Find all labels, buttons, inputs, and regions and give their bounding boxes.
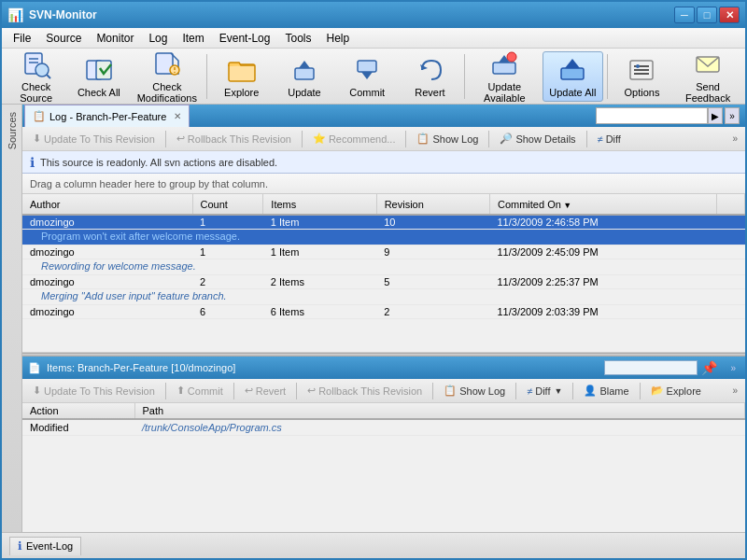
toolbar-sep-3 (607, 54, 608, 99)
check-all-button[interactable]: Check All (68, 51, 129, 102)
menu-monitor[interactable]: Monitor (89, 28, 141, 48)
bottom-diff-button[interactable]: ≠ Diff ▼ (520, 382, 569, 400)
svg-rect-13 (358, 61, 376, 72)
col-items[interactable]: Items (263, 194, 376, 215)
bottom-diff-dropdown[interactable]: ▼ (555, 386, 563, 396)
tab-search-input[interactable] (596, 107, 708, 124)
table-row[interactable]: dmozingo 1 1 Item 10 11/3/2009 2:46:58 P… (22, 215, 745, 230)
col-count[interactable]: Count (192, 194, 263, 215)
update-all-button[interactable]: Update All (543, 51, 603, 102)
sources-label[interactable]: Sources (5, 108, 20, 153)
check-source-button[interactable]: Check Source (6, 51, 66, 102)
svg-rect-11 (229, 64, 255, 81)
bottom-expand-btn[interactable]: » (726, 363, 740, 373)
cell-revision: 2 (376, 305, 489, 319)
bottom-blame-button[interactable]: 👤 Blame (577, 382, 635, 400)
cell-revision: 9 (376, 245, 489, 259)
bottom-blame-icon: 👤 (584, 385, 597, 397)
table-row[interactable]: dmozingo 6 6 Items 2 11/3/2009 2:03:39 P… (22, 305, 745, 319)
col-path[interactable]: Path (134, 403, 745, 419)
update-available-button[interactable]: Update Available (469, 51, 541, 102)
menu-eventlog[interactable]: Event-Log (212, 28, 278, 48)
update-button[interactable]: Update (274, 51, 334, 102)
toolbar-expand-btn[interactable]: » (728, 133, 741, 144)
cell-note: Merging "Add user input" feature branch. (22, 289, 745, 305)
bottom-commit-button[interactable]: ⬆ Commit (170, 382, 230, 400)
toolbar-sep-2 (464, 54, 465, 99)
group-header: Drag a column header here to group by th… (22, 174, 745, 194)
title-icon: 📊 (7, 7, 23, 22)
revert-button[interactable]: Revert (400, 51, 460, 102)
close-button[interactable]: ✕ (719, 7, 740, 23)
table-row[interactable]: dmozingo 2 2 Items 5 11/3/2009 2:25:37 P… (22, 275, 745, 289)
maximize-button[interactable]: □ (697, 7, 717, 23)
col-revision[interactable]: Revision (376, 194, 489, 215)
log-table: Author Count Items Revision Commited On … (22, 194, 745, 319)
bottom-panel-header: 📄 Items: Branch-Per-Feature [10/dmozingo… (22, 357, 745, 379)
update-to-revision-label: Update To This Revision (44, 133, 155, 145)
log-table-header: Author Count Items Revision Commited On (22, 194, 745, 215)
log-tab[interactable]: 📋 Log - Branch-Per-Feature ✕ (24, 105, 190, 127)
menu-help[interactable]: Help (318, 28, 357, 48)
options-button[interactable]: Options (612, 51, 672, 102)
col-author[interactable]: Author (22, 194, 192, 215)
show-details-button[interactable]: 🔎 Show Details (493, 130, 582, 148)
bottom-explore-button[interactable]: 📂 Explore (644, 382, 708, 400)
recommend-icon: ⭐ (313, 133, 326, 145)
menu-source[interactable]: Source (38, 28, 89, 48)
cell-count: 1 (192, 215, 263, 230)
menu-file[interactable]: File (6, 28, 38, 48)
close-tab-icon[interactable]: ✕ (174, 111, 181, 121)
cell-end (716, 215, 744, 230)
diff-button[interactable]: ≠ Diff (591, 130, 627, 148)
show-log-button[interactable]: 📋 Show Log (410, 130, 485, 148)
tab-expand-button[interactable]: » (725, 107, 740, 124)
show-log-label: Show Log (432, 133, 478, 145)
bottom-show-log-button[interactable]: 📋 Show Log (437, 382, 512, 400)
title-bar: 📊 SVN-Monitor ─ □ ✕ (2, 2, 745, 28)
send-feedback-button[interactable]: Send Feedback (674, 51, 741, 102)
update-to-revision-icon: ⬇ (33, 133, 41, 145)
table-row[interactable]: dmozingo 1 1 Item 9 11/3/2009 2:45:09 PM (22, 245, 745, 259)
bottom-action-toolbar: ⬇ Update To This Revision ⬆ Commit ↩ Rev… (22, 379, 745, 403)
col-action[interactable]: Action (22, 403, 134, 419)
bottom-diff-label: Diff (535, 385, 550, 397)
bottom-revert-button[interactable]: ↩ Revert (238, 382, 292, 400)
check-modifications-button[interactable]: Check Modifications (131, 51, 203, 102)
cell-revision: 5 (376, 275, 489, 289)
table-row-detail: Merging "Add user input" feature branch. (22, 289, 745, 305)
cell-committed: 11/3/2009 2:25:37 PM (489, 275, 716, 289)
bottom-update-revision-button[interactable]: ⬇ Update To This Revision (26, 382, 162, 400)
tab-search-button[interactable]: ▶ (708, 107, 723, 124)
col-committed-on[interactable]: Commited On (489, 194, 716, 215)
menu-item[interactable]: Item (175, 28, 211, 48)
menu-log[interactable]: Log (141, 28, 175, 48)
minimize-button[interactable]: ─ (674, 7, 695, 23)
bottom-toolbar-expand[interactable]: » (728, 385, 741, 396)
table-row[interactable]: Modified /trunk/ConsoleApp/Program.cs (22, 419, 745, 436)
cell-author: dmozingo (22, 305, 192, 319)
commit-button[interactable]: Commit (337, 51, 398, 102)
recommend-label: Recommend... (329, 133, 396, 145)
menu-bar: File Source Monitor Log Item Event-Log T… (2, 28, 745, 49)
event-log-tab[interactable]: ℹ Event-Log (9, 537, 81, 555)
rollback-button[interactable]: ↩ Rollback This Revision (170, 130, 298, 148)
menu-tools[interactable]: Tools (277, 28, 318, 48)
explore-button[interactable]: Explore (211, 51, 272, 102)
cell-path: /trunk/ConsoleApp/Program.cs (134, 419, 745, 436)
log-table-scroll[interactable]: Author Count Items Revision Commited On … (22, 194, 745, 353)
svg-point-15 (507, 52, 516, 62)
pin-icon[interactable]: 📌 (701, 360, 717, 375)
update-to-revision-button[interactable]: ⬇ Update To This Revision (26, 130, 162, 148)
bottom-rollback-button[interactable]: ↩ Rollback This Revision (301, 382, 429, 400)
action-sep-1 (165, 131, 166, 147)
bottom-revert-icon: ↩ (245, 385, 253, 397)
window-controls: ─ □ ✕ (674, 7, 740, 23)
svg-point-10 (174, 71, 176, 73)
cell-author: dmozingo (22, 215, 192, 230)
items-table-header: Action Path (22, 403, 745, 419)
diff-icon: ≠ (598, 133, 603, 145)
recommend-button[interactable]: ⭐ Recommend... (306, 130, 402, 148)
bottom-search-input[interactable] (604, 360, 698, 375)
event-log-icon: ℹ (18, 539, 22, 553)
